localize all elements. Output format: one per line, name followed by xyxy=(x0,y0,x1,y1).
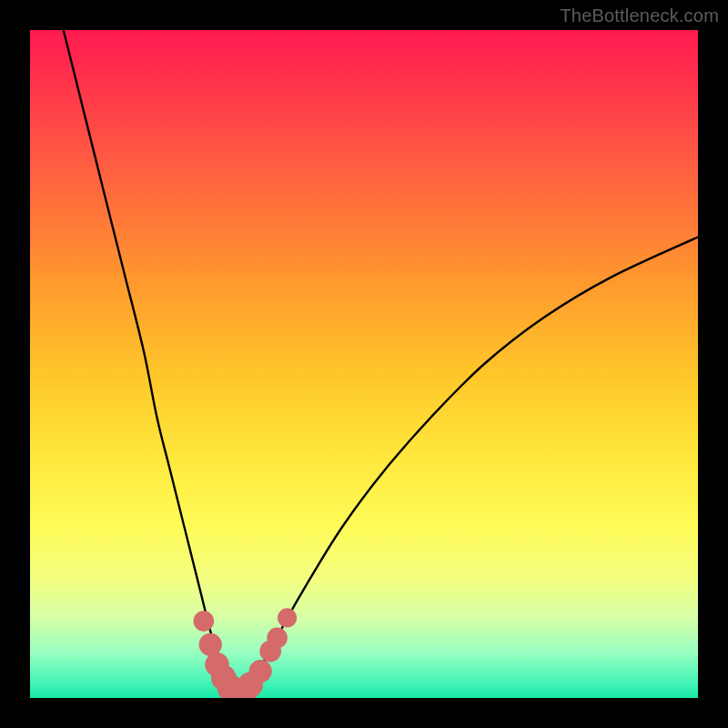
data-marker xyxy=(267,628,288,649)
bottleneck-curve xyxy=(64,30,698,693)
chart-svg xyxy=(30,30,698,698)
data-marker xyxy=(249,660,272,682)
marker-group xyxy=(194,608,298,698)
data-marker xyxy=(278,608,297,627)
watermark-text: TheBottleneck.com xyxy=(560,5,719,26)
data-marker xyxy=(194,611,215,632)
chart-frame: TheBottleneck.com xyxy=(0,0,728,728)
plot-area xyxy=(30,30,698,698)
data-marker xyxy=(199,633,222,656)
